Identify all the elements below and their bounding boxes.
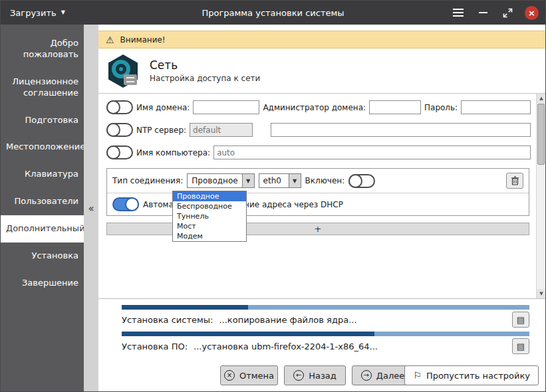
- hostname-input[interactable]: [213, 146, 531, 159]
- interface-value: eth0: [259, 174, 289, 187]
- domain-row: Имя домена: Администратор домена: Пароль…: [106, 100, 531, 114]
- dropdown-option-tunnel[interactable]: Туннель: [173, 211, 246, 221]
- steps-sidebar: Добро пожаловать Лицензионное соглашение…: [1, 25, 84, 391]
- log-icon: ▤: [517, 316, 525, 324]
- connection-enabled-label: Включен:: [305, 176, 345, 185]
- system-progress-row: Установка системы: ...копирование файлов…: [122, 311, 529, 328]
- flag-icon: ⚐: [413, 371, 422, 380]
- connection-group: Тип соединения: Проводное ▼ eth0 ▼ Включ…: [106, 168, 529, 216]
- sidebar-item-location[interactable]: Местоположение: [1, 134, 84, 161]
- toggle-knob: [125, 197, 139, 211]
- sidebar-item-keyboard[interactable]: Клавиатура: [1, 161, 84, 188]
- close-button[interactable]: ×: [525, 6, 539, 20]
- minimize-button[interactable]: [476, 5, 490, 20]
- next-icon: →: [361, 370, 372, 381]
- dropdown-option-wireless[interactable]: Беспроводное: [173, 201, 246, 211]
- skip-label: Пропустить настройку: [426, 371, 530, 381]
- maximize-button[interactable]: [500, 5, 515, 20]
- chevron-down-icon: ▼: [242, 174, 254, 187]
- titlebar: Загрузить ▼ Программа установки системы …: [1, 1, 545, 25]
- system-progress-bar: [122, 305, 529, 310]
- close-icon: ×: [528, 8, 535, 18]
- sidebar-item-installation[interactable]: Установка: [1, 243, 84, 270]
- hostname-toggle[interactable]: [106, 146, 133, 159]
- scrollbar-thumb[interactable]: [537, 104, 545, 165]
- hamburger-icon: [453, 12, 464, 13]
- software-progress-row: Установка ПО: ...установка ubm-firefox-2…: [122, 338, 529, 355]
- next-label: Далее: [376, 371, 404, 381]
- back-label: Назад: [309, 371, 337, 381]
- form-scroll-region: Имя домена: Администратор домена: Пароль…: [98, 94, 536, 298]
- warning-icon: ⚠: [106, 35, 114, 45]
- cancel-button[interactable]: × Отмена: [220, 365, 278, 385]
- dropdown-option-bridge[interactable]: Мост: [173, 221, 246, 231]
- system-progress-label: Установка системы:: [122, 315, 213, 325]
- ntp-server-input[interactable]: [271, 123, 531, 137]
- back-button[interactable]: ← Назад: [284, 365, 346, 385]
- collapse-sidebar-button[interactable]: «: [84, 203, 98, 215]
- page-title-group: Сеть Настройка доступа к сети: [150, 58, 260, 83]
- skip-setup-button[interactable]: ⚐ Пропустить настройку: [404, 365, 539, 385]
- system-log-button[interactable]: ▤: [512, 312, 529, 328]
- system-progress-status: ...копирование файлов ядра...: [219, 315, 356, 325]
- bottom-panel: Установка системы: ...копирование файлов…: [98, 298, 545, 392]
- sidebar-item-additional[interactable]: Дополнительный: [1, 215, 84, 243]
- dropdown-option-wired[interactable]: Проводное: [173, 191, 246, 201]
- sidebar-item-finish[interactable]: Завершение: [1, 270, 84, 297]
- sidebar-item-welcome[interactable]: Добро пожаловать: [1, 30, 84, 68]
- interface-select[interactable]: eth0 ▼: [259, 173, 301, 188]
- toggle-knob: [106, 123, 120, 137]
- software-progress-label: Установка ПО:: [122, 342, 188, 351]
- domain-input[interactable]: [193, 100, 259, 114]
- toggle-knob: [106, 100, 120, 114]
- connection-type-select[interactable]: Проводное ▼: [187, 173, 254, 188]
- chevron-down-icon: ▼: [289, 174, 301, 187]
- dropdown-option-modem[interactable]: Модем: [173, 231, 246, 241]
- network-logo-icon: [105, 53, 141, 89]
- log-icon: ▤: [517, 342, 525, 351]
- system-progress-fill: [122, 305, 248, 310]
- domain-label: Имя домена:: [136, 103, 190, 112]
- hostname-label: Имя компьютера:: [136, 148, 210, 157]
- page-subtitle: Настройка доступа к сети: [150, 74, 260, 83]
- sidebar-item-license[interactable]: Лицензионное соглашение: [1, 68, 84, 107]
- connection-type-label: Тип соединения:: [112, 176, 183, 185]
- actions-row: × Отмена ← Назад → Далее ⚐ Пропустить на…: [98, 365, 545, 386]
- minimize-icon: [479, 12, 487, 13]
- scroll-up-button[interactable]: ▲: [537, 94, 546, 103]
- ntp-default-input[interactable]: [190, 123, 253, 137]
- trash-icon: [511, 176, 519, 185]
- sidebar-item-preparation[interactable]: Подготовка: [1, 107, 84, 134]
- software-progress-bar: [122, 332, 529, 336]
- toggle-knob: [348, 174, 362, 188]
- connection-enabled-toggle[interactable]: [348, 174, 375, 188]
- form-scrollbar[interactable]: ▲ ▼: [536, 94, 545, 298]
- main-panel: ⚠ Внимание! Сеть Настройка доступа к сет…: [98, 25, 545, 391]
- domain-admin-label: Администратор домена:: [263, 103, 366, 112]
- dhcp-row: Автоматическое получение адреса через DH…: [107, 193, 529, 215]
- add-connection-button[interactable]: +: [106, 223, 529, 235]
- load-menu-button[interactable]: Загрузить ▼: [1, 1, 74, 25]
- installer-window: Загрузить ▼ Программа установки системы …: [0, 0, 546, 392]
- page-header: Сеть Настройка доступа к сети: [98, 49, 545, 94]
- window-controls: ×: [451, 5, 545, 20]
- hostname-row: Имя компьютера:: [106, 146, 531, 159]
- scroll-down-button[interactable]: ▼: [537, 289, 546, 298]
- domain-toggle[interactable]: [106, 100, 133, 114]
- load-menu-label: Загрузить: [10, 8, 57, 18]
- plus-icon: +: [315, 224, 322, 234]
- toggle-knob: [106, 146, 120, 159]
- software-progress-fill: [122, 332, 374, 336]
- dhcp-toggle[interactable]: [112, 197, 139, 211]
- connection-type-dropdown: Проводное Беспроводное Туннель Мост Моде…: [172, 191, 247, 242]
- software-log-button[interactable]: ▤: [512, 338, 529, 354]
- network-settings-form: Имя домена: Администратор домена: Пароль…: [98, 94, 545, 298]
- sidebar-splitter: «: [84, 25, 98, 391]
- domain-admin-input[interactable]: [369, 100, 421, 114]
- back-icon: ←: [293, 370, 304, 381]
- sidebar-item-users[interactable]: Пользователи: [1, 188, 84, 215]
- domain-password-input[interactable]: [461, 100, 531, 114]
- ntp-toggle[interactable]: [106, 123, 133, 137]
- app-menu-button[interactable]: [451, 5, 466, 20]
- delete-connection-button[interactable]: [506, 173, 523, 189]
